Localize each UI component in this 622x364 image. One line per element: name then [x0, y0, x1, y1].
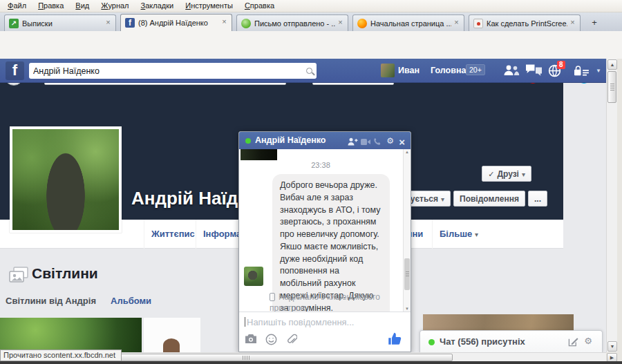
friend-requests-icon[interactable]	[503, 64, 520, 79]
vertical-scroll-thumb[interactable]	[607, 71, 616, 103]
compose-message-icon[interactable]	[568, 336, 578, 349]
tab-timeline[interactable]: Життєпис	[144, 220, 202, 249]
emoji-icon[interactable]	[265, 334, 277, 348]
albums-tab[interactable]: Альбоми	[111, 296, 151, 306]
messages-icon[interactable]	[526, 64, 542, 79]
browser-tab-3[interactable]: Письмо отправлено - ...	[236, 15, 348, 31]
facebook-favicon-icon	[125, 18, 135, 28]
online-status-dot	[245, 138, 251, 144]
menu-file[interactable]: Файл	[3, 0, 31, 10]
chat-scrollbar[interactable]	[403, 149, 411, 312]
chat-bar-label: Чат (556) присутніх	[440, 336, 525, 347]
video-call-icon[interactable]	[361, 136, 370, 149]
facebook-header: Иван Головна 20+ 8	[0, 59, 606, 83]
browser-tab-4[interactable]: Начальная страница ...	[352, 15, 464, 31]
menu-edit[interactable]: Правка	[33, 0, 68, 10]
notification-count-badge: 8	[557, 61, 565, 69]
add-person-icon[interactable]	[348, 136, 358, 149]
camera-icon[interactable]	[245, 334, 257, 347]
tab-close-icon[interactable]	[104, 18, 113, 27]
scroll-down-button[interactable]	[607, 341, 617, 352]
tab-title: (8) Андрій Наїденко	[138, 19, 219, 27]
check-icon	[488, 169, 494, 179]
message-button[interactable]: Повідомлення	[453, 191, 525, 207]
scroll-down-icon[interactable]	[404, 307, 411, 311]
menu-help[interactable]: Справка	[240, 0, 279, 10]
more-options-label: ...	[534, 194, 541, 204]
voice-call-icon[interactable]	[373, 136, 381, 149]
tab-close-icon[interactable]	[220, 17, 229, 26]
browser-tab-1[interactable]: Выписки	[4, 15, 116, 31]
tab-title: Начальная страница ...	[370, 19, 451, 28]
chat-message-area: 23:38 Доброго вечьора друже. Вибач але я…	[239, 149, 411, 312]
mail-favicon-icon	[241, 19, 251, 28]
sender-avatar	[244, 267, 263, 286]
vertical-scrollbar[interactable]	[606, 59, 617, 352]
menu-bar: Файл Правка Вид Журнал Закладки Инструме…	[0, 0, 622, 12]
navigation-toolbar: https://www.facebook.com/profile.php?id=…	[0, 31, 622, 59]
photo-message-fragment	[241, 149, 277, 160]
menu-bookmarks[interactable]: Закладки	[136, 0, 179, 10]
scroll-thumb[interactable]	[404, 258, 410, 290]
header-avatar[interactable]	[381, 64, 395, 77]
profile-picture[interactable]	[10, 126, 122, 233]
menu-tools[interactable]: Инструменты	[180, 0, 238, 10]
photos-of-tab[interactable]: Світлини від Андрія	[6, 296, 96, 306]
chat-header[interactable]: Андрій Наїденко	[239, 132, 411, 149]
header-profile-link[interactable]: Иван	[398, 66, 420, 75]
menu-history[interactable]: Журнал	[96, 0, 133, 10]
photos-icon	[8, 267, 29, 287]
attachment-paperclip-icon[interactable]	[286, 334, 297, 348]
privacy-shortcuts-icon[interactable]	[574, 66, 589, 79]
chevron-down-icon	[475, 229, 478, 239]
mobile-phone-icon	[270, 293, 275, 301]
message-input[interactable]: Напишіть повідомлення...	[245, 317, 354, 327]
photo-thumbnail[interactable]	[144, 318, 200, 352]
scroll-up-button[interactable]	[607, 59, 617, 70]
tab-bar: Выписки (8) Андрій Наїденко Письмо отпра…	[0, 12, 622, 31]
facebook-search-icon[interactable]	[306, 68, 312, 74]
chat-title: Андрій Наїденко	[255, 135, 326, 145]
status-bar-text: Прочитано scontent.xx.fbcdn.net	[0, 349, 122, 361]
photos-section-title: Світлини	[32, 265, 98, 282]
scroll-up-icon[interactable]	[404, 150, 411, 154]
tab-close-icon[interactable]	[336, 18, 345, 27]
page-favicon-icon	[473, 19, 483, 28]
tab-title: Как сделать PrintScree...	[487, 19, 567, 28]
message-button-label: Повідомлення	[460, 194, 519, 204]
window-bottom-edge	[0, 361, 622, 364]
photo-thumbnail[interactable]	[0, 318, 142, 352]
text-cursor	[245, 317, 245, 327]
chat-close-icon[interactable]	[399, 136, 405, 149]
tab-title: Письмо отправлено - ...	[254, 19, 335, 28]
facebook-search-bar[interactable]	[29, 63, 317, 79]
browser-tab-2-active[interactable]: (8) Андрій Наїденко	[120, 14, 232, 31]
chat-input-area[interactable]: Напишіть повідомлення...	[239, 312, 411, 353]
tab-close-icon[interactable]	[568, 18, 577, 27]
more-options-button[interactable]: ...	[528, 191, 547, 207]
tab-title: Выписки	[22, 19, 103, 28]
facebook-search-input[interactable]	[33, 66, 306, 76]
new-tab-button[interactable]	[586, 17, 603, 29]
sent-from-mobile-note: Надіслано з кишенькового пристрою	[270, 291, 393, 312]
statements-favicon-icon	[9, 19, 19, 28]
chat-settings-gear-icon[interactable]	[386, 136, 394, 146]
header-home-link[interactable]: Головна	[431, 66, 466, 75]
browser-window: Файл Правка Вид Журнал Закладки Инструме…	[0, 0, 622, 364]
chat-sidebar-bar[interactable]: Чат (556) присутніх	[420, 330, 603, 352]
home-count-badge: 20+	[466, 64, 485, 75]
chevron-down-icon	[522, 169, 525, 179]
like-thumb-icon[interactable]	[388, 332, 402, 348]
tab-more[interactable]: Більше	[432, 220, 485, 249]
browser-tab-5[interactable]: Как сделать PrintScree...	[469, 15, 581, 31]
tab-close-icon[interactable]	[452, 18, 461, 27]
message-timestamp: 23:38	[239, 161, 402, 169]
online-status-dot	[428, 339, 435, 345]
friends-button[interactable]: Друзі	[482, 166, 531, 182]
chat-options-gear-icon[interactable]	[584, 336, 592, 346]
chevron-down-icon	[441, 194, 444, 204]
firefox-favicon-icon	[357, 19, 367, 28]
facebook-logo-icon[interactable]	[6, 61, 24, 80]
menu-view[interactable]: Вид	[70, 0, 94, 10]
account-dropdown-icon[interactable]	[596, 68, 601, 74]
